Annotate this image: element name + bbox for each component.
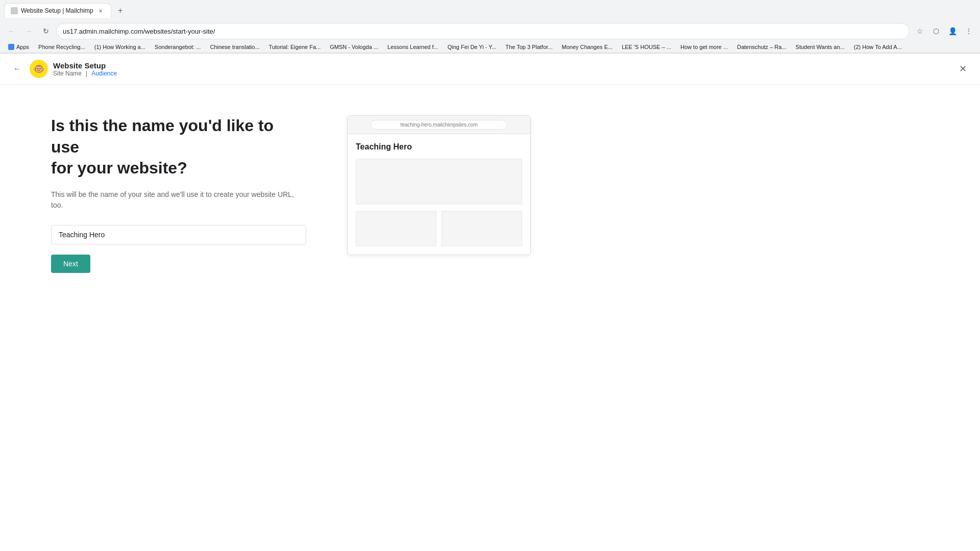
menu-icon[interactable]: ⋮ [962, 24, 976, 38]
bookmark-apps[interactable]: Apps [4, 42, 33, 52]
right-panel: teaching-hero.mailchimpsites.com Teachin… [347, 115, 531, 540]
breadcrumb-audience[interactable]: Audience [91, 70, 117, 77]
preview-site-name: Teaching Hero [356, 142, 522, 152]
breadcrumb: Site Name | Audience [53, 70, 117, 77]
bookmark-icon[interactable]: ☆ [913, 24, 927, 38]
next-button[interactable]: Next [51, 255, 90, 273]
bookmark-5[interactable]: Tutorial: Eigene Fa... [265, 42, 325, 52]
bookmark-8[interactable]: Qing Fei De Yi - Y... [444, 42, 501, 52]
bookmark-14[interactable]: Student Wants an... [792, 42, 849, 52]
bookmarks-bar: Apps Phone Recycling... (1) How Working … [0, 41, 980, 53]
bookmark-10[interactable]: Money Changes E... [557, 42, 617, 52]
preview-cards [356, 211, 522, 246]
left-panel: Is this the name you'd like to use for y… [51, 115, 306, 540]
app-logo: 🐵 [30, 60, 48, 78]
preview-browser-bar: teaching-hero.mailchimpsites.com [348, 116, 530, 134]
breadcrumb-separator: | [86, 70, 87, 77]
bookmark-4[interactable]: Chinese translatio... [206, 42, 263, 52]
app-title: Website Setup [53, 61, 117, 70]
breadcrumb-site-name[interactable]: Site Name [53, 70, 82, 77]
bookmark-15[interactable]: (2) How To Add A... [850, 42, 906, 52]
mailchimp-logo: 🐵 [30, 60, 48, 78]
tab-favicon [11, 7, 18, 14]
bookmark-6[interactable]: GMSN - Vologda ... [326, 42, 382, 52]
preview-card-2 [442, 211, 522, 246]
close-button[interactable]: ✕ [955, 62, 970, 76]
bookmark-7[interactable]: Lessons Learned f... [383, 42, 443, 52]
bookmark-9[interactable]: The Top 3 Platfor... [501, 42, 556, 52]
tab-title: Website Setup | Mailchimp [21, 7, 93, 14]
preview-content: Teaching Hero [348, 134, 530, 255]
preview-hero-image [356, 159, 522, 205]
app-header: ← 🐵 Website Setup Site Name | Audience ✕ [0, 54, 980, 85]
app-back-button[interactable]: ← [10, 62, 24, 76]
preview-card-1 [356, 211, 436, 246]
forward-nav-button[interactable]: → [21, 24, 36, 38]
question-heading: Is this the name you'd like to use for y… [51, 115, 306, 179]
browser-toolbar: ← → ↻ us17.admin.mailchimp.com/websites/… [0, 21, 980, 41]
website-preview: teaching-hero.mailchimpsites.com Teachin… [347, 115, 531, 255]
app-container: ← 🐵 Website Setup Site Name | Audience ✕… [0, 54, 980, 551]
account-icon[interactable]: 👤 [945, 24, 960, 38]
reload-button[interactable]: ↻ [39, 24, 53, 38]
browser-actions: ☆ ⬡ 👤 ⋮ [913, 24, 976, 38]
extensions-icon[interactable]: ⬡ [929, 24, 943, 38]
tab-bar: Website Setup | Mailchimp ✕ + [0, 0, 980, 21]
tab-close-button[interactable]: ✕ [96, 7, 105, 15]
bookmark-12[interactable]: How to get more ... [676, 42, 732, 52]
browser-chrome: Website Setup | Mailchimp ✕ + ← → ↻ us17… [0, 0, 980, 54]
bookmark-2[interactable]: (1) How Working a... [90, 42, 150, 52]
back-nav-button[interactable]: ← [4, 24, 18, 38]
preview-url: teaching-hero.mailchimpsites.com [371, 120, 507, 130]
question-description: This will be the name of your site and w… [51, 189, 306, 211]
bookmark-favicon [8, 44, 14, 50]
new-tab-button[interactable]: + [113, 4, 128, 18]
address-text: us17.admin.mailchimp.com/websites/start-… [63, 28, 903, 35]
bookmark-3[interactable]: Sonderangebot: ... [151, 42, 205, 52]
bookmark-13[interactable]: Datenschutz – Ra... [733, 42, 791, 52]
bookmark-11[interactable]: LEE 'S HOUSE – ... [618, 42, 675, 52]
active-tab[interactable]: Website Setup | Mailchimp ✕ [4, 3, 111, 18]
bookmark-1[interactable]: Phone Recycling... [34, 42, 89, 52]
address-bar[interactable]: us17.admin.mailchimp.com/websites/start-… [56, 23, 910, 39]
site-name-input[interactable] [51, 225, 306, 244]
app-header-info: Website Setup Site Name | Audience [53, 61, 117, 77]
main-content: Is this the name you'd like to use for y… [0, 85, 980, 551]
